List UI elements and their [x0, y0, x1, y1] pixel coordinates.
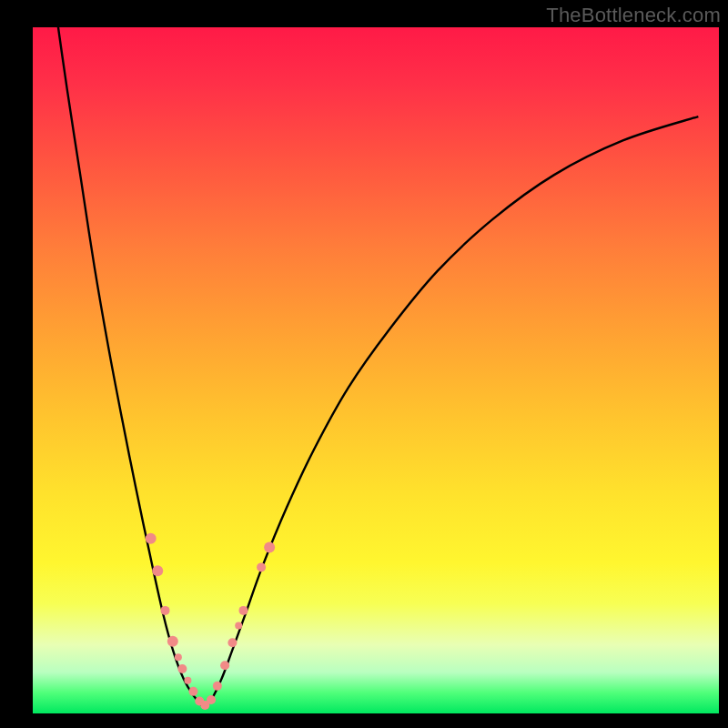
data-point — [184, 677, 191, 684]
curve-right-branch — [203, 116, 698, 706]
data-point — [188, 687, 197, 696]
data-point — [161, 606, 170, 615]
data-point — [152, 565, 163, 576]
data-point — [228, 638, 237, 647]
data-point — [220, 661, 229, 670]
curve-left-branch — [54, 0, 203, 706]
data-point — [235, 622, 242, 629]
data-point — [177, 664, 187, 673]
chart-frame: TheBottleneck.com — [0, 0, 728, 728]
chart-svg — [33, 27, 719, 713]
data-point — [238, 606, 248, 615]
data-point — [167, 636, 178, 647]
data-point — [213, 682, 222, 691]
data-point — [207, 695, 216, 704]
data-point — [175, 653, 182, 661]
watermark-text: TheBottleneck.com — [546, 4, 721, 27]
data-point — [264, 542, 275, 553]
data-point — [257, 562, 266, 571]
plot-area — [33, 27, 719, 713]
data-point — [146, 533, 157, 544]
